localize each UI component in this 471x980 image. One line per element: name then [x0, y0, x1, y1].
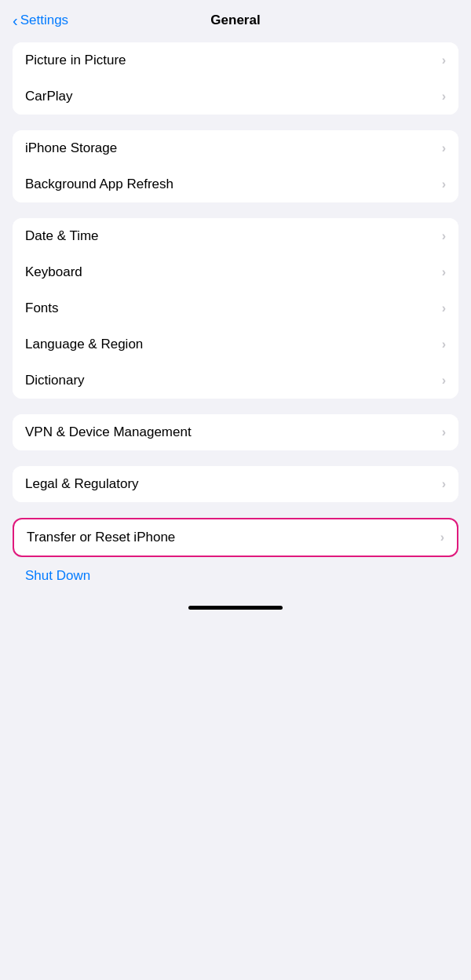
chevron-icon: › [440, 530, 444, 545]
list-item-language-region[interactable]: Language & Region › [13, 326, 458, 362]
list-item-carplay[interactable]: CarPlay › [13, 78, 458, 115]
keyboard-label: Keyboard [25, 264, 82, 280]
section-locale: Date & Time › Keyboard › Fonts › Languag… [13, 218, 458, 399]
chevron-icon: › [442, 89, 446, 104]
list-item-background-app-refresh[interactable]: Background App Refresh › [13, 166, 458, 202]
back-label: Settings [20, 13, 68, 28]
chevron-icon: › [442, 337, 446, 352]
fonts-label: Fonts [25, 301, 59, 316]
transfer-reset-label: Transfer or Reset iPhone [27, 530, 175, 545]
list-item-fonts[interactable]: Fonts › [13, 290, 458, 326]
chevron-icon: › [442, 53, 446, 67]
list-item-transfer-reset[interactable]: Transfer or Reset iPhone › [13, 518, 458, 557]
list-item-iphone-storage[interactable]: iPhone Storage › [13, 130, 458, 166]
dictionary-label: Dictionary [25, 373, 85, 388]
home-indicator [0, 598, 471, 616]
bottom-section: Shut Down [0, 557, 471, 595]
iphone-storage-label: iPhone Storage [25, 140, 117, 156]
chevron-icon: › [442, 265, 446, 279]
section-vpn: VPN & Device Management › [13, 414, 458, 450]
chevron-icon: › [442, 301, 446, 315]
chevron-icon: › [442, 141, 446, 155]
carplay-label: CarPlay [25, 89, 72, 104]
section-storage-refresh: iPhone Storage › Background App Refresh … [13, 130, 458, 202]
chevron-icon: › [442, 177, 446, 191]
date-time-label: Date & Time [25, 228, 99, 244]
header: ‹ Settings General [0, 0, 471, 36]
list-item-date-time[interactable]: Date & Time › [13, 218, 458, 254]
chevron-icon: › [442, 477, 446, 491]
chevron-icon: › [442, 425, 446, 439]
list-item-dictionary[interactable]: Dictionary › [13, 362, 458, 399]
vpn-label: VPN & Device Management [25, 424, 192, 440]
section-legal: Legal & Regulatory › [13, 466, 458, 502]
back-button[interactable]: ‹ Settings [13, 12, 68, 30]
shutdown-label: Shut Down [25, 568, 90, 583]
settings-content: Picture in Picture › CarPlay › iPhone St… [0, 36, 471, 557]
legal-label: Legal & Regulatory [25, 476, 139, 492]
home-indicator-bar [188, 606, 283, 610]
back-chevron-icon: ‹ [13, 12, 18, 30]
list-item-keyboard[interactable]: Keyboard › [13, 254, 458, 290]
background-app-refresh-label: Background App Refresh [25, 177, 173, 192]
page-title: General [210, 13, 260, 28]
language-region-label: Language & Region [25, 337, 143, 352]
list-item-picture-in-picture[interactable]: Picture in Picture › [13, 42, 458, 78]
list-item-shutdown[interactable]: Shut Down [13, 557, 458, 595]
chevron-icon: › [442, 229, 446, 243]
section-picture-carplay: Picture in Picture › CarPlay › [13, 42, 458, 115]
chevron-icon: › [442, 373, 446, 388]
list-item-legal[interactable]: Legal & Regulatory › [13, 466, 458, 502]
picture-in-picture-label: Picture in Picture [25, 53, 126, 68]
list-item-vpn[interactable]: VPN & Device Management › [13, 414, 458, 450]
